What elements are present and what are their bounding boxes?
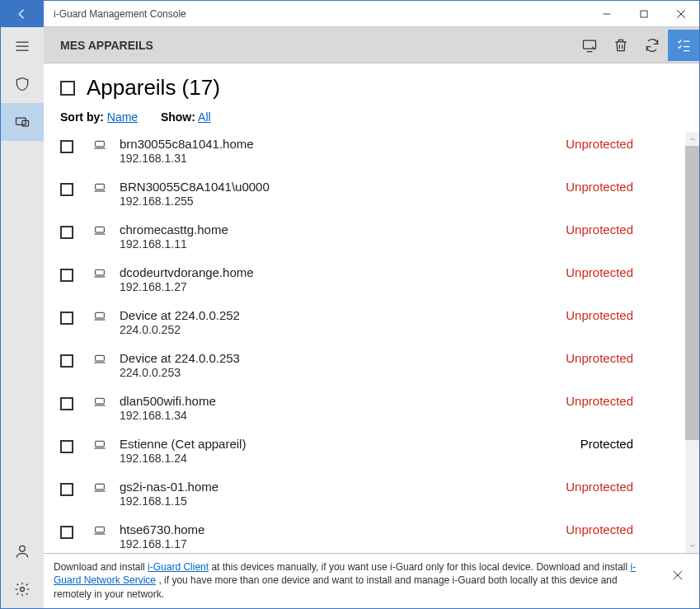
laptop-icon (92, 224, 108, 240)
svg-rect-6 (96, 141, 105, 147)
svg-rect-14 (96, 484, 105, 490)
footer-notice: Download and install i-Guard Client at t… (44, 553, 699, 608)
menu-button[interactable] (1, 27, 44, 65)
device-ip: 192.168.1.15 (120, 494, 566, 508)
device-text: brn30055c8a1041.home192.168.1.31 (120, 137, 566, 165)
toolbar: MES APPAREILS (44, 27, 699, 63)
device-name: chromecasttg.home (120, 223, 566, 237)
device-checkbox[interactable] (60, 526, 73, 539)
device-ip: 192.168.1.11 (120, 237, 566, 251)
device-row[interactable]: brn30055c8a1041.home192.168.1.31Unprotec… (60, 132, 674, 175)
device-row[interactable]: dcodeurtvdorange.home192.168.1.27Unprote… (60, 260, 674, 303)
svg-rect-1 (16, 118, 26, 124)
show-link[interactable]: All (198, 110, 211, 124)
device-status: Protected (580, 437, 674, 451)
device-checkbox[interactable] (60, 440, 73, 453)
user-icon[interactable] (1, 532, 44, 570)
laptop-icon (92, 181, 108, 197)
laptop-icon (92, 396, 108, 411)
device-row[interactable]: Device at 224.0.0.253224.0.0.253Unprotec… (60, 346, 674, 389)
svg-point-3 (20, 546, 26, 551)
device-ip: 192.168.1.34 (120, 409, 566, 422)
device-ip: 192.168.1.31 (120, 152, 566, 165)
footer-close-icon[interactable] (666, 564, 689, 587)
laptop-icon (92, 353, 108, 368)
shield-icon[interactable] (1, 65, 44, 103)
scrollbar[interactable] (685, 132, 699, 553)
device-row[interactable]: chromecasttg.home192.168.1.11Unprotected (60, 218, 674, 260)
footer-link-client[interactable]: i-Guard Client (148, 561, 209, 573)
laptop-icon (92, 524, 108, 540)
laptop-icon (92, 438, 108, 454)
svg-rect-11 (96, 355, 105, 361)
device-ip: 192.168.1.255 (120, 194, 566, 208)
scroll-down-icon[interactable] (685, 539, 699, 553)
device-ip: 224.0.0.253 (120, 366, 566, 379)
scroll-up-icon[interactable] (685, 132, 699, 146)
device-text: Estienne (Cet appareil)192.168.1.24 (120, 437, 580, 465)
svg-rect-13 (96, 441, 105, 447)
device-status: Unprotected (566, 480, 674, 494)
device-row[interactable]: Estienne (Cet appareil)192.168.1.24Prote… (60, 432, 674, 475)
device-checkbox[interactable] (60, 183, 73, 196)
device-name: brn30055c8a1041.home (120, 137, 566, 151)
device-status: Unprotected (566, 522, 674, 536)
laptop-icon (92, 481, 108, 497)
sidebar (1, 27, 44, 608)
titlebar: i-Guard Management Console (1, 1, 699, 27)
device-ip: 192.168.1.17 (120, 537, 566, 550)
device-checkbox[interactable] (60, 226, 73, 239)
minimize-button[interactable] (588, 1, 625, 27)
close-window-button[interactable] (662, 1, 699, 27)
device-status: Unprotected (566, 308, 674, 322)
laptop-icon (92, 267, 108, 283)
device-ip: 192.168.1.24 (120, 452, 580, 465)
device-row[interactable]: Device at 224.0.0.252224.0.0.252Unprotec… (60, 303, 674, 346)
refresh-icon[interactable] (637, 30, 668, 61)
scroll-thumb[interactable] (685, 146, 699, 440)
settings-icon[interactable] (1, 570, 44, 608)
device-row[interactable]: gs2i-nas-01.home192.168.1.15Unprotected (60, 475, 674, 518)
select-all-checkbox[interactable] (60, 81, 75, 96)
select-all-icon[interactable] (668, 30, 699, 61)
device-text: htse6730.home192.168.1.17 (120, 522, 566, 550)
device-text: BRN30055C8A1041\u0000192.168.1.255 (120, 180, 566, 208)
device-name: Estienne (Cet appareil) (120, 437, 580, 451)
footer-text-1: Download and install (54, 561, 148, 573)
device-checkbox[interactable] (60, 312, 73, 325)
devices-icon[interactable] (1, 103, 44, 141)
device-text: Device at 224.0.0.253224.0.0.253 (120, 351, 566, 379)
sort-by-link[interactable]: Name (107, 110, 138, 124)
device-text: chromecasttg.home192.168.1.11 (120, 223, 566, 251)
device-row[interactable]: BRN30055C8A1041\u0000192.168.1.255Unprot… (60, 175, 674, 218)
show-label: Show: (161, 110, 195, 124)
svg-rect-15 (96, 527, 105, 532)
svg-rect-8 (96, 227, 105, 232)
delete-icon[interactable] (605, 30, 637, 61)
device-text: dcodeurtvdorange.home192.168.1.27 (120, 265, 566, 293)
device-status: Unprotected (566, 351, 674, 365)
device-name: dcodeurtvdorange.home (120, 265, 566, 279)
device-checkbox[interactable] (60, 483, 73, 496)
device-text: Device at 224.0.0.252224.0.0.252 (120, 308, 566, 336)
svg-rect-0 (641, 11, 647, 17)
maximize-button[interactable] (625, 1, 662, 27)
device-checkbox[interactable] (60, 269, 73, 282)
device-checkbox[interactable] (60, 140, 73, 153)
device-status: Unprotected (566, 223, 674, 237)
device-status: Unprotected (566, 180, 674, 194)
footer-text-2: at this devices manually, if you want us… (209, 561, 630, 573)
device-ip: 224.0.0.252 (120, 323, 566, 336)
device-name: Device at 224.0.0.253 (120, 351, 566, 365)
device-name: gs2i-nas-01.home (120, 480, 566, 494)
device-checkbox[interactable] (60, 354, 73, 368)
back-button[interactable] (1, 1, 44, 27)
display-icon[interactable] (574, 30, 605, 61)
device-name: Device at 224.0.0.252 (120, 308, 566, 322)
device-name: dlan500wifi.home (120, 394, 566, 408)
sort-by-label: Sort by: (60, 110, 104, 124)
laptop-icon (92, 138, 108, 154)
device-row[interactable]: htse6730.home192.168.1.17Unprotected (60, 518, 674, 553)
device-checkbox[interactable] (60, 397, 73, 410)
device-row[interactable]: dlan500wifi.home192.168.1.34Unprotected (60, 389, 674, 432)
